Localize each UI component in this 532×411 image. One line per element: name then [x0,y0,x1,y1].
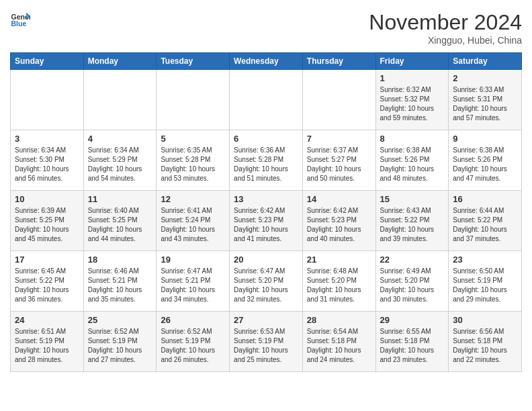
day-info: Sunrise: 6:32 AM Sunset: 5:32 PM Dayligh… [380,85,445,123]
day-info: Sunrise: 6:54 AM Sunset: 5:18 PM Dayligh… [307,327,371,365]
day-info: Sunrise: 6:38 AM Sunset: 5:26 PM Dayligh… [453,146,517,183]
calendar-day: 5Sunrise: 6:35 AM Sunset: 5:28 PM Daylig… [157,130,230,191]
header-wednesday: Wednesday [230,53,303,70]
calendar-day: 27Sunrise: 6:53 AM Sunset: 5:19 PM Dayli… [230,312,303,372]
day-number: 15 [380,194,445,204]
day-info: Sunrise: 6:47 AM Sunset: 5:21 PM Dayligh… [161,267,225,304]
day-info: Sunrise: 6:39 AM Sunset: 5:25 PM Dayligh… [15,206,79,244]
calendar-day: 20Sunrise: 6:47 AM Sunset: 5:20 PM Dayli… [230,251,303,312]
day-info: Sunrise: 6:55 AM Sunset: 5:18 PM Dayligh… [380,327,445,365]
day-info: Sunrise: 6:42 AM Sunset: 5:23 PM Dayligh… [307,206,371,244]
calendar-table: SundayMondayTuesdayWednesdayThursdayFrid… [10,52,522,372]
day-number: 27 [234,315,298,325]
calendar-day: 18Sunrise: 6:46 AM Sunset: 5:21 PM Dayli… [83,251,157,312]
calendar-day: 17Sunrise: 6:45 AM Sunset: 5:22 PM Dayli… [11,251,84,312]
day-number: 2 [453,73,517,83]
header-sunday: Sunday [11,53,84,70]
calendar-day: 22Sunrise: 6:49 AM Sunset: 5:20 PM Dayli… [375,251,449,312]
header-monday: Monday [83,53,157,70]
calendar-day: 23Sunrise: 6:50 AM Sunset: 5:19 PM Dayli… [449,251,522,312]
day-info: Sunrise: 6:33 AM Sunset: 5:31 PM Dayligh… [453,85,517,123]
calendar-day [302,70,375,130]
day-number: 19 [161,255,225,265]
calendar-week-5: 24Sunrise: 6:51 AM Sunset: 5:19 PM Dayli… [11,312,522,372]
day-number: 18 [88,255,152,265]
day-number: 17 [15,255,79,265]
month-title: November 2024 [369,10,522,35]
day-info: Sunrise: 6:44 AM Sunset: 5:22 PM Dayligh… [453,206,517,244]
day-info: Sunrise: 6:34 AM Sunset: 5:29 PM Dayligh… [88,146,152,183]
calendar-day: 24Sunrise: 6:51 AM Sunset: 5:19 PM Dayli… [11,312,84,372]
day-info: Sunrise: 6:56 AM Sunset: 5:18 PM Dayligh… [453,327,517,365]
day-number: 29 [380,315,445,325]
calendar-header-row: SundayMondayTuesdayWednesdayThursdayFrid… [11,53,522,70]
day-number: 23 [453,255,517,265]
calendar-day: 7Sunrise: 6:37 AM Sunset: 5:27 PM Daylig… [302,130,375,191]
logo: General Blue [10,10,30,30]
day-info: Sunrise: 6:43 AM Sunset: 5:22 PM Dayligh… [380,206,445,244]
day-info: Sunrise: 6:47 AM Sunset: 5:20 PM Dayligh… [234,267,298,304]
calendar-day: 9Sunrise: 6:38 AM Sunset: 5:26 PM Daylig… [449,130,522,191]
day-info: Sunrise: 6:35 AM Sunset: 5:28 PM Dayligh… [161,146,225,183]
day-info: Sunrise: 6:36 AM Sunset: 5:28 PM Dayligh… [234,146,298,183]
title-block: November 2024 Xingguo, Hubei, China [369,10,522,46]
day-info: Sunrise: 6:40 AM Sunset: 5:25 PM Dayligh… [88,206,152,244]
calendar-day: 13Sunrise: 6:42 AM Sunset: 5:23 PM Dayli… [230,191,303,251]
day-info: Sunrise: 6:45 AM Sunset: 5:22 PM Dayligh… [15,267,79,304]
calendar-day: 30Sunrise: 6:56 AM Sunset: 5:18 PM Dayli… [449,312,522,372]
calendar-week-3: 10Sunrise: 6:39 AM Sunset: 5:25 PM Dayli… [11,191,522,251]
header-thursday: Thursday [302,53,375,70]
day-number: 3 [15,134,79,144]
calendar-day: 12Sunrise: 6:41 AM Sunset: 5:24 PM Dayli… [157,191,230,251]
location: Xingguo, Hubei, China [369,35,522,46]
calendar-day: 1Sunrise: 6:32 AM Sunset: 5:32 PM Daylig… [375,70,449,130]
day-number: 6 [234,134,298,144]
calendar-day: 10Sunrise: 6:39 AM Sunset: 5:25 PM Dayli… [11,191,84,251]
calendar-day: 14Sunrise: 6:42 AM Sunset: 5:23 PM Dayli… [302,191,375,251]
calendar-day: 4Sunrise: 6:34 AM Sunset: 5:29 PM Daylig… [83,130,157,191]
day-info: Sunrise: 6:48 AM Sunset: 5:20 PM Dayligh… [307,267,371,304]
day-info: Sunrise: 6:38 AM Sunset: 5:26 PM Dayligh… [380,146,445,183]
day-number: 21 [307,255,371,265]
day-number: 20 [234,255,298,265]
calendar-week-4: 17Sunrise: 6:45 AM Sunset: 5:22 PM Dayli… [11,251,522,312]
day-number: 11 [88,194,152,204]
day-number: 22 [380,255,445,265]
calendar-day [230,70,303,130]
day-info: Sunrise: 6:42 AM Sunset: 5:23 PM Dayligh… [234,206,298,244]
calendar-week-2: 3Sunrise: 6:34 AM Sunset: 5:30 PM Daylig… [11,130,522,191]
day-number: 9 [453,134,517,144]
header-tuesday: Tuesday [157,53,230,70]
day-number: 12 [161,194,225,204]
day-number: 30 [453,315,517,325]
calendar-day: 15Sunrise: 6:43 AM Sunset: 5:22 PM Dayli… [375,191,449,251]
calendar-day: 2Sunrise: 6:33 AM Sunset: 5:31 PM Daylig… [449,70,522,130]
calendar-day: 28Sunrise: 6:54 AM Sunset: 5:18 PM Dayli… [302,312,375,372]
day-info: Sunrise: 6:53 AM Sunset: 5:19 PM Dayligh… [234,327,298,365]
day-number: 14 [307,194,371,204]
page-header: General Blue November 2024 Xingguo, Hube… [10,10,522,46]
day-number: 5 [161,134,225,144]
day-number: 28 [307,315,371,325]
day-info: Sunrise: 6:46 AM Sunset: 5:21 PM Dayligh… [88,267,152,304]
header-saturday: Saturday [449,53,522,70]
calendar-day: 25Sunrise: 6:52 AM Sunset: 5:19 PM Dayli… [83,312,157,372]
day-number: 8 [380,134,445,144]
day-number: 16 [453,194,517,204]
day-number: 7 [307,134,371,144]
day-number: 24 [15,315,79,325]
day-number: 26 [161,315,225,325]
calendar-day: 6Sunrise: 6:36 AM Sunset: 5:28 PM Daylig… [230,130,303,191]
calendar-day [157,70,230,130]
calendar-day: 21Sunrise: 6:48 AM Sunset: 5:20 PM Dayli… [302,251,375,312]
day-info: Sunrise: 6:34 AM Sunset: 5:30 PM Dayligh… [15,146,79,183]
calendar-day [83,70,157,130]
day-info: Sunrise: 6:52 AM Sunset: 5:19 PM Dayligh… [88,327,152,365]
header-friday: Friday [375,53,449,70]
calendar-day: 8Sunrise: 6:38 AM Sunset: 5:26 PM Daylig… [375,130,449,191]
day-info: Sunrise: 6:50 AM Sunset: 5:19 PM Dayligh… [453,267,517,304]
day-info: Sunrise: 6:49 AM Sunset: 5:20 PM Dayligh… [380,267,445,304]
calendar-day: 19Sunrise: 6:47 AM Sunset: 5:21 PM Dayli… [157,251,230,312]
day-number: 4 [88,134,152,144]
day-number: 13 [234,194,298,204]
